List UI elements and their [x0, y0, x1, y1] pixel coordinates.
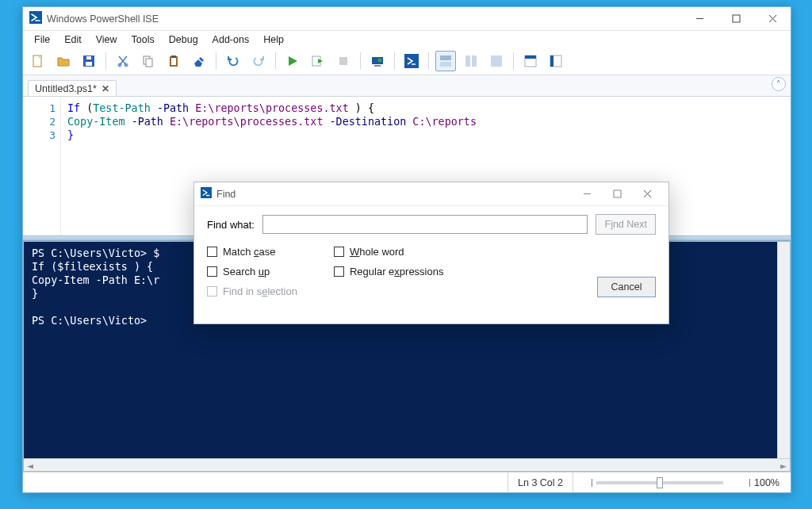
find-title-text: Find — [216, 189, 236, 200]
zoom-level: 100% — [754, 477, 779, 488]
zoom-min-tick — [592, 479, 592, 487]
scroll-right-icon[interactable]: ► — [777, 459, 790, 472]
search-up-checkbox[interactable]: Search up — [207, 266, 297, 277]
close-button[interactable] — [754, 7, 791, 31]
menu-file[interactable]: File — [28, 33, 56, 47]
new-file-icon[interactable] — [28, 51, 48, 71]
tab-untitled3[interactable]: Untitled3.ps1* ✕ — [28, 80, 117, 97]
find-app-icon — [201, 187, 212, 201]
svg-rect-15 — [171, 55, 176, 58]
window-title: Windows PowerShell ISE — [47, 13, 159, 25]
svg-rect-22 — [440, 55, 451, 60]
maximize-button[interactable] — [718, 7, 754, 31]
toolbar-separator — [275, 52, 276, 70]
toolbar — [23, 48, 791, 75]
collapse-script-pane-icon[interactable]: ˄ — [772, 77, 786, 91]
cursor-position: Ln 3 Col 2 — [508, 473, 573, 492]
whole-word-checkbox[interactable]: Whole word — [334, 246, 444, 258]
find-what-label: Find what: — [207, 219, 255, 231]
run-selection-icon[interactable] — [308, 51, 328, 71]
run-icon[interactable] — [282, 51, 303, 71]
console-horizontal-scrollbar[interactable]: ◄ ► — [24, 458, 790, 471]
close-tab-icon[interactable]: ✕ — [102, 83, 109, 94]
svg-rect-17 — [339, 57, 347, 65]
svg-rect-2 — [733, 15, 740, 22]
command-addon-icon[interactable] — [520, 51, 541, 71]
menu-view[interactable]: View — [90, 33, 124, 47]
remote-icon[interactable] — [367, 51, 388, 71]
find-what-row: Find what: Find Next — [207, 214, 656, 235]
zoom-thumb[interactable] — [657, 477, 663, 488]
powershell-icon[interactable] — [401, 51, 422, 71]
match-case-checkbox[interactable]: Match case — [207, 246, 297, 258]
find-minimize-button[interactable] — [572, 185, 602, 204]
svg-rect-25 — [472, 55, 477, 67]
svg-rect-28 — [525, 55, 536, 59]
menubar: File Edit View Tools Debug Add-ons Help — [23, 31, 791, 48]
toolbar-separator — [216, 52, 216, 70]
tab-label: Untitled3.ps1* — [35, 83, 97, 94]
find-titlebar[interactable]: Find — [194, 182, 668, 206]
find-in-selection-checkbox: Find in selection — [207, 285, 297, 297]
win-controls — [681, 7, 791, 31]
undo-icon[interactable] — [223, 51, 243, 71]
svg-rect-23 — [440, 62, 451, 67]
svg-rect-7 — [86, 62, 92, 66]
toolbar-separator — [513, 52, 514, 70]
stop-icon[interactable] — [333, 51, 354, 71]
toolbar-separator — [105, 52, 106, 70]
svg-point-20 — [378, 58, 382, 62]
paste-icon[interactable] — [163, 51, 184, 71]
svg-rect-8 — [86, 56, 91, 59]
find-dialog[interactable]: Find Find what: Find Next Match case Sea… — [193, 182, 669, 324]
toolbar-separator — [360, 52, 361, 70]
menu-debug[interactable]: Debug — [163, 33, 205, 47]
copy-icon[interactable] — [138, 51, 159, 71]
svg-rect-24 — [465, 55, 470, 67]
console-vertical-scrollbar[interactable] — [777, 242, 790, 458]
status-bar: Ln 3 Col 2 100% — [23, 472, 791, 492]
find-what-input[interactable] — [262, 215, 588, 234]
scroll-left-icon[interactable]: ◄ — [24, 459, 36, 472]
zoom-max-tick — [749, 479, 750, 487]
app-icon — [29, 11, 42, 26]
menu-addons[interactable]: Add-ons — [206, 33, 256, 47]
cancel-button[interactable]: Cancel — [597, 277, 656, 297]
main-window: Windows PowerShell ISE File Edit View To… — [22, 6, 791, 493]
cut-icon[interactable] — [113, 51, 133, 71]
toolbar-separator — [394, 52, 395, 70]
svg-rect-14 — [171, 58, 176, 65]
find-win-controls — [572, 185, 662, 204]
save-icon[interactable] — [79, 51, 99, 71]
svg-rect-19 — [374, 65, 381, 67]
svg-rect-26 — [491, 55, 502, 67]
find-maximize-button[interactable] — [602, 185, 632, 204]
line-gutter: 1 2 3 — [23, 97, 61, 235]
svg-rect-30 — [550, 55, 553, 67]
open-folder-icon[interactable] — [53, 51, 74, 71]
show-command-icon[interactable] — [546, 51, 566, 71]
menu-edit[interactable]: Edit — [58, 33, 88, 47]
layout-script-top-icon[interactable] — [435, 51, 456, 71]
find-close-button[interactable] — [632, 185, 662, 204]
titlebar[interactable]: Windows PowerShell ISE — [23, 7, 791, 31]
layout-side-icon[interactable] — [461, 51, 481, 71]
menu-tools[interactable]: Tools — [125, 33, 161, 47]
clear-icon[interactable] — [189, 51, 209, 71]
layout-full-icon[interactable] — [486, 51, 507, 71]
zoom-slider[interactable] — [596, 481, 723, 484]
find-options: Match case Search up Find in selection W… — [207, 243, 443, 297]
svg-rect-12 — [146, 59, 152, 67]
find-next-button[interactable]: Find Next — [596, 214, 656, 235]
regex-checkbox[interactable]: Regular expressions — [334, 266, 444, 277]
minimize-button[interactable] — [681, 7, 718, 31]
redo-icon[interactable] — [248, 51, 269, 71]
toolbar-separator — [428, 52, 429, 70]
tabstrip: Untitled3.ps1* ✕ ˄ — [23, 75, 791, 96]
menu-help[interactable]: Help — [257, 33, 290, 47]
find-body: Find what: Find Next Match case Search u… — [194, 206, 668, 323]
svg-rect-33 — [614, 190, 621, 197]
